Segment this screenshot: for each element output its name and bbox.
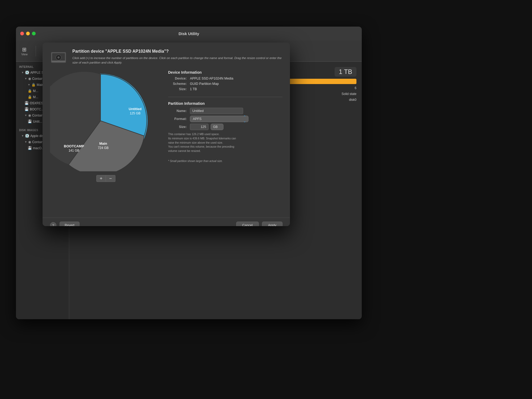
size-input-row: GB MB TB (190, 124, 223, 130)
view-label: View (21, 53, 28, 56)
svg-rect-4 (52, 61, 65, 62)
info-panel: Device Information Device: APPLE SSD AP1… (168, 70, 282, 213)
format-select[interactable]: APFS Mac OS Extended (Journaled) MS-DOS … (190, 116, 248, 122)
size-input[interactable] (190, 124, 209, 130)
remove-partition-button[interactable]: − (106, 175, 115, 182)
minimize-button[interactable] (26, 32, 30, 35)
add-partition-button[interactable]: + (96, 175, 106, 182)
volume-icon: 🔒 (28, 89, 32, 93)
volume-icon: 🔒 (31, 83, 36, 87)
cancel-button[interactable]: Cancel (236, 222, 259, 226)
partition-size-row: Size: GB MB TB (168, 124, 282, 130)
dialog-header: Partition device "APPLE SSD AP1024N Medi… (43, 43, 290, 66)
storage-size: 1 TB (335, 67, 356, 77)
footer-right: Cancel Apply (236, 222, 282, 226)
unit-select[interactable]: GB MB TB (211, 124, 223, 130)
dialog-header-text: Partition device "APPLE SSD AP1024N Medi… (72, 49, 282, 65)
chevron-icon: ▼ (24, 140, 27, 143)
partition-dialog: Partition device "APPLE SSD AP1024N Medi… (43, 43, 290, 226)
pie-container: Untitled 125 GB BOOTCAMP 141 GB Main 724… (50, 70, 162, 213)
help-button[interactable]: ? (50, 222, 56, 226)
pie-add-remove: + − (50, 175, 162, 182)
format-select-wrapper: APFS Mac OS Extended (Journaled) MS-DOS … (190, 116, 248, 122)
partition-size-label: Size: (168, 125, 187, 129)
partition-info-section: Partition Information Name: Format: APFS… (168, 97, 282, 153)
device-info-title: Device Information (168, 70, 282, 74)
container-icon: ◉ (28, 77, 31, 81)
apply-button[interactable]: Apply (262, 222, 282, 226)
storage-count: 6 (355, 86, 356, 90)
dialog-subtitle: Click add (+) to increase the number of … (72, 56, 282, 65)
fullscreen-button[interactable] (32, 32, 36, 35)
window-title: Disk Utility (178, 31, 199, 36)
chevron-icon: ▼ (24, 114, 27, 117)
svg-text:141 GB: 141 GB (69, 149, 80, 152)
chevron-icon: ▼ (24, 77, 27, 80)
size-row: Size: 1 TB (168, 87, 282, 91)
svg-text:125 GB: 125 GB (130, 111, 141, 115)
disk-icon: 💽 (25, 70, 29, 74)
device-row: Device: APPLE SSD AP1024N Media (168, 77, 282, 80)
dialog-disk-icon (50, 49, 67, 66)
format-label: Format: (168, 117, 187, 121)
volume-icon: 💾 (24, 107, 29, 111)
svg-text:BOOTCAMP: BOOTCAMP (64, 144, 84, 148)
svg-point-3 (57, 56, 60, 59)
volume-icon: 🔒 (28, 95, 32, 99)
dialog-footer: ? Revert Cancel Apply (43, 218, 290, 226)
toolbar-view[interactable]: ⊞ View (21, 46, 28, 56)
name-row: Name: (168, 108, 282, 114)
chevron-icon: ▼ (28, 83, 30, 86)
device-label: Device: (168, 77, 187, 80)
storage-bar (282, 79, 356, 84)
size-note: This container has 126.2 MB used space. … (168, 132, 256, 153)
svg-text:724 GB: 724 GB (98, 146, 109, 150)
partition-info-title: Partition Information (168, 101, 282, 106)
title-bar: Disk Utility (16, 27, 362, 40)
device-info-section: Device Information Device: APPLE SSD AP1… (168, 70, 282, 93)
disk-icon: 💽 (25, 134, 29, 138)
storage-id: disk0 (349, 98, 356, 102)
volume-icon: 💾 (24, 101, 29, 105)
container-icon: ◉ (28, 140, 31, 144)
partition-name-label: Name: (168, 109, 187, 113)
scheme-label: Scheme: (168, 82, 187, 86)
chevron-icon: ▼ (21, 71, 24, 74)
partition-name-input[interactable] (190, 108, 243, 114)
storage-type: Solid state (342, 92, 356, 96)
svg-text:Untitled: Untitled (129, 107, 142, 111)
revert-button[interactable]: Revert (60, 222, 80, 226)
size-value: 1 TB (190, 87, 197, 91)
dialog-body: Untitled 125 GB BOOTCAMP 141 GB Main 724… (43, 66, 290, 218)
toolbar-sep-1 (36, 46, 36, 56)
size-label: Size: (168, 87, 187, 91)
footer-left: ? Revert (50, 222, 80, 226)
chevron-icon: ▼ (21, 134, 24, 137)
scheme-value: GUID Partition Map (190, 82, 219, 86)
pie-chart[interactable]: Untitled 125 GB BOOTCAMP 141 GB Main 724… (50, 70, 151, 171)
scheme-row: Scheme: GUID Partition Map (168, 82, 282, 86)
container-icon: ◉ (28, 113, 31, 117)
dialog-title: Partition device "APPLE SSD AP1024N Medi… (72, 49, 282, 54)
svg-text:Main: Main (99, 142, 107, 146)
device-value: APPLE SSD AP1024N Media (190, 77, 233, 80)
close-button[interactable] (20, 32, 24, 35)
small-partition-note: * Small partition shown larger than actu… (168, 160, 282, 163)
format-row: Format: APFS Mac OS Extended (Journaled)… (168, 116, 282, 122)
volume-icon: 💾 (28, 119, 32, 123)
desktop: Disk Utility ⊞ View ⬡ Volume ✚ First Aid… (0, 0, 532, 399)
volume-icon: 💾 (28, 146, 32, 150)
traffic-lights (20, 32, 36, 35)
